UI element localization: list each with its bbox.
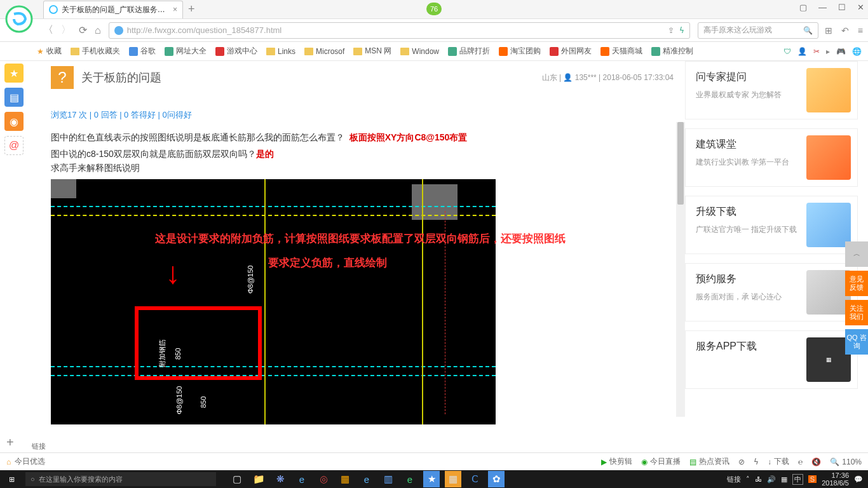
bm-foreign[interactable]: 外国网友 (550, 46, 592, 57)
sb-today[interactable]: 今日优选 (15, 456, 45, 467)
search-box[interactable]: 高手原来这么玩游戏 🔍 (698, 22, 818, 39)
feedback-button[interactable]: 意见 反馈 (845, 271, 868, 296)
tb-app[interactable]: ▦ (445, 471, 461, 487)
bm-sites[interactable]: 网址大全 (165, 46, 207, 57)
bm-window[interactable]: Window (400, 47, 439, 56)
address-bar: 〈 〉 ⟳ ⌂ http://e.fwxgx.com/question_1854… (0, 19, 868, 42)
bm-ms[interactable]: Microsof (304, 47, 344, 56)
back-to-top[interactable]: ︿ (845, 241, 868, 267)
flash-icon[interactable]: ϟ (679, 26, 684, 35)
min-icon[interactable]: — (818, 3, 827, 12)
tb-app[interactable]: Ϲ (466, 471, 483, 487)
max-icon[interactable]: ☐ (838, 3, 846, 12)
person-icon[interactable]: 👤 (797, 47, 807, 56)
forward-icon[interactable]: 〉 (61, 24, 71, 37)
follow-button[interactable]: 关注 我们 (845, 300, 868, 325)
sb-live[interactable]: ◉今日直播 (641, 456, 681, 467)
tray-ime[interactable]: 中 (792, 474, 803, 485)
undo-icon[interactable]: ↶ (841, 25, 849, 36)
search-placeholder: 高手原来这么玩游戏 (703, 25, 803, 36)
tray-up-icon[interactable]: ˄ (746, 475, 750, 484)
game-icon[interactable]: 🎮 (836, 47, 846, 56)
menu-icon[interactable]: ≡ (858, 25, 863, 36)
sidebar-fav[interactable]: ★ (4, 64, 24, 83)
question-icon: ? (51, 66, 74, 89)
ext-icon[interactable]: ⊞ (825, 25, 832, 36)
bm-fav[interactable]: ★收藏 (37, 46, 62, 57)
sb-filter[interactable]: ⊘ (738, 458, 745, 466)
tb-app[interactable]: ✿ (488, 471, 505, 487)
sb-hot[interactable]: ▤热点资讯 (689, 456, 729, 467)
url-input[interactable]: http://e.fwxgx.com/question_1854877.html… (109, 22, 690, 39)
cad-highlight-box: 附加钢筋 850 (135, 306, 262, 380)
scrollbar[interactable] (676, 122, 685, 417)
cad-block (51, 179, 76, 198)
tray-vol-icon[interactable]: 🔊 (767, 475, 776, 484)
tb-folder[interactable]: 📁 (250, 471, 267, 487)
tb-edge[interactable]: e (294, 471, 310, 487)
card-course[interactable]: 建筑课堂建筑行业实训教 学第一平台 (685, 128, 858, 187)
bm-tmall[interactable]: 天猫商城 (600, 46, 642, 57)
tb-ie[interactable]: e (358, 471, 375, 487)
bm-mobile[interactable]: 手机收藏夹 (71, 46, 120, 57)
card-app[interactable]: 服务APP下载▦ (685, 330, 858, 389)
scroll-thumb[interactable] (677, 122, 684, 205)
tab-favicon (49, 5, 58, 14)
bm-google[interactable]: 谷歌 (129, 46, 156, 57)
tb-app[interactable]: ◎ (315, 471, 332, 487)
search-icon[interactable]: 🔍 (803, 26, 813, 35)
sidebar-add[interactable]: + (6, 435, 14, 450)
qq-button[interactable]: QQ 咨询 (845, 329, 868, 355)
bm-taobao[interactable]: 淘宝团购 (499, 46, 541, 57)
cad-dim: 850 (174, 348, 182, 360)
tray-app-icon[interactable]: ▦ (781, 475, 787, 484)
taskbar-search[interactable]: ○在这里输入你要搜索的内容 (25, 472, 216, 486)
sb-dl[interactable]: ↓ 下载 (768, 456, 789, 467)
sb-speed[interactable]: ϟ (754, 458, 759, 466)
shield-icon[interactable]: 🛡 (783, 47, 791, 56)
tab-close-icon[interactable]: × (173, 5, 177, 14)
tray-ime2[interactable]: S (808, 475, 817, 483)
bm-brand[interactable]: 品牌打折 (448, 46, 490, 57)
cut-icon[interactable]: ✂ (813, 47, 820, 56)
tb-360[interactable]: e (402, 471, 418, 487)
bm-links[interactable]: Links (266, 47, 295, 56)
reload-icon[interactable]: ⟳ (79, 24, 87, 36)
tray-notif-icon[interactable]: 💬 (854, 475, 863, 484)
net-icon[interactable]: 🌐 (852, 47, 862, 56)
bm-msn[interactable]: MSN 网 (353, 46, 391, 57)
close-icon[interactable]: ✕ (857, 3, 864, 12)
cad-dim: 850 (200, 396, 207, 408)
tb-app[interactable]: ★ (423, 471, 440, 487)
home-icon[interactable]: ⌂ (95, 25, 101, 36)
start-button[interactable]: ⊞ (0, 470, 23, 488)
new-tab-button[interactable]: + (188, 3, 195, 16)
bm-precise[interactable]: 精准控制 (651, 46, 693, 57)
ext-badge[interactable]: 76 (426, 3, 442, 15)
sb-clip[interactable]: ▶快剪辑 (601, 456, 632, 467)
link-preview: 链接 (28, 440, 50, 452)
skin-icon[interactable]: ▢ (799, 3, 807, 12)
bm-games[interactable]: 游戏中心 (215, 46, 257, 57)
sidebar-at[interactable]: @ (4, 136, 24, 155)
card-download[interactable]: 升级下载广联达官方唯一 指定升级下载 (685, 196, 858, 254)
card-expert[interactable]: 问专家提问业界最权威专家 为您解答 (685, 61, 858, 119)
browser-logo[interactable] (0, 0, 38, 38)
card-service[interactable]: 预约服务服务面对面，承 诺心连心 (685, 263, 858, 322)
tray-clock[interactable]: 17:362018/6/5 (822, 471, 849, 487)
tb-app[interactable]: ▥ (380, 471, 397, 487)
tv-icon[interactable]: ▸ (826, 47, 830, 56)
sb-sound[interactable]: 🔇 (811, 458, 821, 466)
sidebar-weibo[interactable]: ◉ (4, 112, 24, 131)
browser-tab[interactable]: 关于板筋的问题_广联达服务新干 × (43, 1, 183, 18)
tb-app[interactable]: ▦ (337, 471, 353, 487)
tb-taskview[interactable]: ▢ (229, 471, 245, 487)
share-icon[interactable]: ⇪ (668, 26, 674, 35)
sb-p[interactable]: ℮ (798, 458, 803, 466)
tb-app[interactable]: ❋ (272, 471, 288, 487)
sidebar-news[interactable]: ▤ (4, 88, 24, 107)
cad-line (51, 375, 496, 376)
tray-net-icon[interactable]: 🖧 (755, 475, 762, 483)
sb-zoom[interactable]: 🔍 110% (830, 458, 862, 466)
back-icon[interactable]: 〈 (43, 24, 53, 37)
